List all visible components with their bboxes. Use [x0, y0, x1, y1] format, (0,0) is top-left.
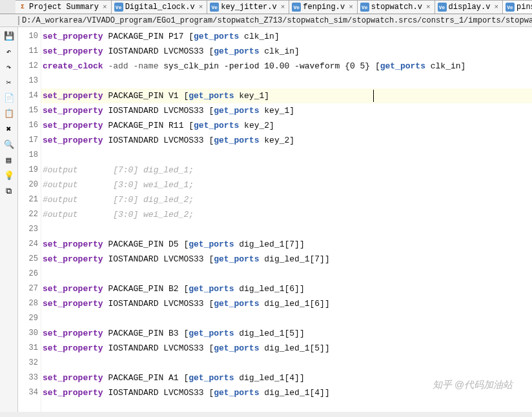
- code-line[interactable]: set_property IOSTANDARD LVCMOS33 [get_po…: [41, 133, 532, 148]
- code-line[interactable]: [41, 74, 532, 88]
- ve-icon: Ve: [506, 3, 515, 12]
- close-icon[interactable]: ×: [349, 3, 353, 11]
- code-line[interactable]: #output [7:0] dig_led_1;: [41, 163, 532, 178]
- line-number: 17: [18, 133, 41, 148]
- line-number: 14: [18, 88, 41, 103]
- tab-label: pins_basys: [517, 3, 532, 12]
- code-line[interactable]: set_property IOSTANDARD LVCMOS33 [get_po…: [41, 252, 532, 267]
- code-line[interactable]: [41, 222, 532, 237]
- token-kw: set_property: [43, 373, 103, 383]
- token-fn: get_ports: [189, 329, 234, 338]
- line-number: 31: [18, 341, 41, 356]
- code-line[interactable]: set_property PACKAGE_PIN V1 [get_ports k…: [41, 88, 532, 103]
- code-line[interactable]: [41, 356, 532, 371]
- code-editor[interactable]: set_property PACKAGE_PIN P17 [get_ports …: [41, 27, 532, 417]
- code-line[interactable]: set_property PACKAGE_PIN D5 [get_ports d…: [41, 237, 532, 252]
- token-kw: set_property: [43, 46, 103, 56]
- find-icon[interactable]: 🔍: [3, 138, 15, 151]
- code-line[interactable]: set_property IOSTANDARD LVCMOS33 [get_po…: [41, 103, 532, 118]
- token-plain: dig_led_1[7]]: [234, 239, 304, 249]
- close-icon[interactable]: ×: [199, 3, 203, 11]
- editor-left-toolbar: 💾↶↷✂📄📋✖🔍▤💡⧉: [0, 27, 18, 417]
- close-icon[interactable]: ×: [281, 3, 285, 11]
- tab-label: key_jitter.v: [221, 3, 276, 12]
- line-number: 10: [18, 29, 41, 44]
- redo-icon[interactable]: ↷: [3, 61, 15, 74]
- line-number: 22: [18, 207, 41, 222]
- file-path-bar: D:/A_workarea/VIVADO_program/EGo1_progra…: [0, 14, 532, 27]
- tab-label: fenping.v: [303, 3, 345, 12]
- delete-icon[interactable]: ✖: [3, 123, 15, 136]
- code-line[interactable]: set_property PACKAGE_PIN B2 [get_ports d…: [41, 281, 532, 296]
- undo-icon[interactable]: ↶: [3, 45, 15, 58]
- line-number: 23: [18, 222, 41, 237]
- bookmark-icon[interactable]: ⧉: [3, 185, 15, 198]
- token-fn: get_ports: [189, 91, 234, 101]
- code-line[interactable]: set_property PACKAGE_PIN B3 [get_ports d…: [41, 326, 532, 341]
- cut-icon[interactable]: ✂: [3, 76, 15, 89]
- token-plain: clk_in]: [425, 61, 466, 71]
- code-line[interactable]: set_property IOSTANDARD LVCMOS33 [get_po…: [41, 296, 532, 311]
- code-line[interactable]: #output [3:0] wei_led_2;: [41, 207, 532, 222]
- token-kw: set_property: [43, 121, 103, 130]
- tab-label: Digital_clock.v: [125, 3, 195, 12]
- tab-display[interactable]: Vedisplay.v×: [435, 0, 503, 14]
- tab-fenping[interactable]: Vefenping.v×: [289, 0, 357, 14]
- token-plain: key_2]: [239, 121, 274, 130]
- code-line[interactable]: set_property IOSTANDARD LVCMOS33 [get_po…: [41, 44, 532, 59]
- token-fn: get_ports: [214, 388, 259, 398]
- code-line[interactable]: set_property PACKAGE_PIN A1 [get_ports d…: [41, 371, 532, 385]
- close-icon[interactable]: ×: [426, 3, 431, 11]
- code-line[interactable]: set_property PACKAGE_PIN R11 [get_ports …: [41, 118, 532, 133]
- token-plain: IOSTANDARD LVCMOS33 [: [103, 106, 214, 116]
- token-kw: set_property: [43, 254, 103, 264]
- close-icon[interactable]: ×: [103, 3, 107, 11]
- horizontal-scrollbar[interactable]: [0, 412, 532, 417]
- code-line[interactable]: [41, 148, 532, 163]
- code-line[interactable]: [41, 311, 532, 326]
- token-plain: PACKAGE_PIN D5 [: [103, 239, 189, 249]
- token-plain: IOSTANDARD LVCMOS33 [: [103, 388, 214, 398]
- code-line[interactable]: #output [3:0] wei_led_1;: [41, 178, 532, 192]
- tab-label: display.v: [449, 3, 491, 12]
- code-line[interactable]: set_property PACKAGE_PIN P17 [get_ports …: [41, 29, 532, 44]
- line-number: 19: [18, 163, 41, 178]
- tab-stop[interactable]: Vestopwatch.v×: [358, 0, 435, 14]
- tab-digital[interactable]: VeDigital_clock.v×: [112, 0, 208, 14]
- save-icon[interactable]: 💾: [3, 30, 15, 43]
- token-fn: get_ports: [380, 61, 425, 71]
- token-plain: dig_led_1[4]]: [234, 373, 304, 383]
- token-cm: #output [7:0] dig_led_1;: [43, 165, 194, 175]
- paste-icon[interactable]: 📋: [3, 107, 15, 120]
- line-number: 30: [18, 326, 41, 341]
- token-kw: create_clock: [43, 61, 103, 71]
- line-number: 24: [18, 237, 41, 252]
- code-line[interactable]: set_property IOSTANDARD LVCMOS33 [get_po…: [41, 385, 532, 400]
- code-line[interactable]: create_clock -add -name sys_clk_pin -per…: [41, 59, 532, 74]
- tab-summary[interactable]: ΣProject Summary×: [15, 0, 112, 14]
- copy-icon[interactable]: 📄: [3, 92, 15, 105]
- code-line[interactable]: set_property IOSTANDARD LVCMOS33 [get_po…: [41, 341, 532, 356]
- token-kw: set_property: [43, 91, 103, 101]
- token-plain: key_1]: [234, 91, 269, 101]
- token-plain: IOSTANDARD LVCMOS33 [: [103, 254, 214, 264]
- code-line[interactable]: [41, 267, 532, 281]
- token-fn: get_ports: [194, 32, 239, 41]
- tab-pins[interactable]: Vepins_basys×: [503, 0, 532, 14]
- token-fn: get_ports: [189, 239, 234, 249]
- hint-icon[interactable]: 💡: [3, 169, 15, 182]
- token-plain: clk_in]: [259, 46, 299, 56]
- tab-jitter[interactable]: Vekey_jitter.v×: [207, 0, 289, 14]
- ve-icon: Ve: [114, 3, 123, 12]
- close-icon[interactable]: ×: [494, 3, 498, 11]
- token-fn: get_ports: [194, 121, 239, 130]
- token-plain: PACKAGE_PIN B2 [: [103, 284, 189, 294]
- highlight-icon[interactable]: ▤: [3, 154, 15, 167]
- token-plain: IOSTANDARD LVCMOS33 [: [103, 343, 214, 353]
- token-plain: key_1]: [259, 106, 294, 116]
- token-cm: #output [3:0] wei_led_1;: [43, 180, 194, 190]
- token-plain: clk_in]: [239, 32, 279, 41]
- token-kw: set_property: [43, 284, 103, 294]
- ve-icon: Ve: [360, 3, 369, 12]
- code-line[interactable]: #output [7:0] dig_led_2;: [41, 192, 532, 207]
